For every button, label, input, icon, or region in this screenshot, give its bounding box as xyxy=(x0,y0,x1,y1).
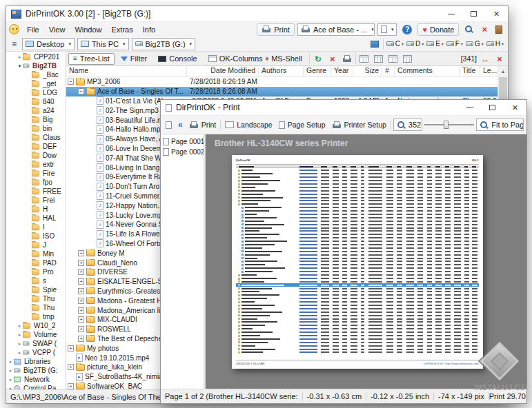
tab-console[interactable]: Console xyxy=(153,53,201,65)
column-header-1[interactable]: Date Modified xyxy=(187,66,259,76)
tree-item[interactable]: FREE xyxy=(6,187,66,196)
maximize-button[interactable] xyxy=(481,100,504,115)
tree-item[interactable]: s xyxy=(6,276,66,285)
scroll-up-button[interactable]: ▲ xyxy=(498,66,508,76)
swap-columns-button[interactable] xyxy=(479,53,491,65)
remove-columns-button[interactable] xyxy=(493,53,506,65)
tree-item[interactable]: Network xyxy=(6,375,66,384)
tree-item[interactable]: Min xyxy=(6,249,66,258)
zoom-slider[interactable] xyxy=(424,120,474,130)
column-header-7[interactable]: Comments xyxy=(395,66,460,76)
tree-item[interactable]: fpo xyxy=(6,178,66,187)
drive-button-g[interactable]: G xyxy=(464,38,485,50)
column-header-2[interactable]: Authors xyxy=(259,66,304,76)
quick-grid-button[interactable] xyxy=(368,38,382,50)
tree-item[interactable]: Big2TB (G: xyxy=(6,366,66,375)
tree-item[interactable]: Pro xyxy=(6,267,66,276)
menu-item-view[interactable]: View xyxy=(44,24,70,35)
column-header-3[interactable]: Genre xyxy=(304,66,331,76)
column-header-6[interactable]: # xyxy=(382,66,395,76)
tree-item[interactable]: CPP201 xyxy=(6,52,66,61)
export-combo[interactable] xyxy=(377,23,397,36)
column-header-8[interactable]: Title xyxy=(460,66,480,76)
column-header-0[interactable]: Name xyxy=(66,66,187,76)
expand-box-icon[interactable]: + xyxy=(78,269,84,275)
print-title-bar[interactable]: DirPrintOK - Print xyxy=(161,100,526,116)
close-button[interactable] xyxy=(485,6,508,21)
expand-box-icon[interactable]: + xyxy=(68,383,74,389)
menu-item-extras[interactable]: Extras xyxy=(107,24,138,35)
menu-item-file[interactable]: File xyxy=(22,24,44,35)
page-item-2[interactable]: Page 0002 xyxy=(163,147,204,157)
print-list-button[interactable] xyxy=(341,53,353,65)
expand-box-icon[interactable]: + xyxy=(78,288,84,294)
print-profile-combo[interactable]: Ace of Base - ... xyxy=(297,23,375,36)
column-header-9[interactable]: Le... xyxy=(480,66,499,76)
columns-preset-1-button[interactable] xyxy=(358,53,371,65)
tree-item[interactable]: Big xyxy=(6,115,66,124)
tree-item[interactable]: VCPP ( xyxy=(6,348,66,357)
tree-item[interactable]: I xyxy=(6,223,66,232)
minimize-button[interactable] xyxy=(458,100,481,115)
menu-item-window[interactable]: Window xyxy=(70,24,106,35)
tree-item[interactable]: _Bac xyxy=(6,70,66,79)
tree-item[interactable]: Control Pa xyxy=(6,384,66,389)
exit-button[interactable] xyxy=(493,23,505,36)
close-button[interactable] xyxy=(504,100,526,115)
expand-box-icon[interactable]: + xyxy=(78,326,84,332)
collapse-box-icon[interactable]: − xyxy=(78,88,84,94)
fit-combo[interactable]: Fit to Page Wi... xyxy=(476,119,524,131)
tree-item[interactable]: bin xyxy=(6,124,66,133)
print-now-button[interactable]: Print xyxy=(187,120,219,130)
tree-item[interactable]: SWAP ( xyxy=(6,339,66,348)
tree-view-button[interactable] xyxy=(9,38,19,50)
page-item-1[interactable]: Page 0001 xyxy=(163,136,204,147)
columns-preset-4-button[interactable] xyxy=(402,53,414,65)
tree-item[interactable]: W10_2 xyxy=(6,321,66,330)
tree-item[interactable]: Fire xyxy=(6,169,66,178)
tree-item[interactable]: a24 xyxy=(6,106,66,115)
tree-item[interactable]: Thu xyxy=(6,303,66,312)
tree-item[interactable]: Dow xyxy=(6,151,66,160)
tree-item[interactable]: Claus xyxy=(6,133,66,142)
menu-item-info[interactable]: Info xyxy=(138,24,160,35)
expand-box-icon[interactable]: + xyxy=(78,260,84,266)
columns-preset-2-button[interactable] xyxy=(373,53,385,65)
help-button[interactable] xyxy=(400,23,415,36)
cancel-button[interactable] xyxy=(326,53,339,65)
tree-item[interactable]: J xyxy=(6,241,66,249)
expand-box-icon[interactable]: + xyxy=(78,336,84,342)
tree-item[interactable]: Frei xyxy=(6,196,66,205)
tree-item[interactable]: PAD xyxy=(6,258,66,267)
tree-item[interactable]: LOG xyxy=(6,88,66,97)
tree-item[interactable]: DEF xyxy=(6,142,66,151)
first-page-button[interactable] xyxy=(164,121,174,130)
drive-button-c[interactable]: C xyxy=(385,38,405,50)
expand-box-icon[interactable]: + xyxy=(68,364,74,370)
tree-item[interactable]: tmp xyxy=(6,312,66,321)
tree-item[interactable]: Libraries xyxy=(6,357,66,366)
tab-tree-list[interactable]: Tree-List xyxy=(68,53,115,65)
printer-setup-button[interactable]: Printer Setup xyxy=(330,120,388,130)
expand-box-icon[interactable]: + xyxy=(78,250,84,256)
tree-item[interactable]: Thu xyxy=(6,294,66,303)
table-row[interactable]: −Ace of Base - Singles Of T...7/28/2018 … xyxy=(66,87,508,96)
column-header-5[interactable]: Size xyxy=(353,66,382,76)
drive-button-f[interactable]: F xyxy=(445,38,464,50)
donate-button[interactable]: Donate xyxy=(417,23,459,36)
page-setup-button[interactable]: Page Setup xyxy=(277,120,328,130)
drive-button-h[interactable]: H xyxy=(485,38,505,50)
abort-button[interactable] xyxy=(479,23,490,36)
tree-item[interactable]: Big2TB xyxy=(6,61,66,70)
location-combo-1[interactable]: Desktop xyxy=(22,38,75,50)
tree-item[interactable]: H xyxy=(6,205,66,214)
tree-item[interactable]: Volume xyxy=(6,330,66,339)
column-header-4[interactable]: Year xyxy=(331,66,353,76)
expand-box-icon[interactable]: + xyxy=(68,345,74,351)
previous-page-button[interactable] xyxy=(176,120,185,130)
expand-box-icon[interactable]: + xyxy=(78,307,84,314)
tree-item[interactable]: 840 xyxy=(6,97,66,106)
tree-item[interactable]: HAL xyxy=(6,214,66,223)
expand-box-icon[interactable]: + xyxy=(78,298,84,304)
print-button[interactable]: Print xyxy=(257,23,295,36)
